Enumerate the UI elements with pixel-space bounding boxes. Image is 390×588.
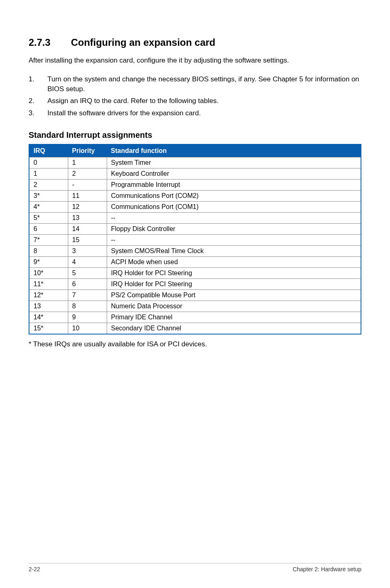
cell-function: Keyboard Controller	[107, 168, 361, 179]
steps-list: 1. Turn on the system and change the nec…	[29, 74, 361, 118]
step-text: Install the software drivers for the exp…	[47, 108, 201, 118]
cell-priority: -	[68, 179, 107, 190]
cell-irq: 12*	[29, 290, 68, 301]
cell-irq: 13	[29, 301, 68, 312]
table-header-row: IRQ Priority Standard function	[29, 144, 361, 157]
intro-paragraph: After installing the expansion card, con…	[29, 56, 361, 65]
step-number: 3.	[29, 108, 47, 118]
cell-priority: 2	[68, 168, 107, 179]
cell-irq: 1	[29, 168, 68, 179]
step-item: 2. Assign an IRQ to the card. Refer to t…	[29, 96, 361, 106]
table-row: 5*13--	[29, 212, 361, 223]
cell-function: ACPI Mode when used	[107, 256, 361, 267]
section-heading: 2.7.3Configuring an expansion card	[29, 37, 361, 48]
irq-table: IRQ Priority Standard function 01System …	[29, 144, 361, 334]
table-row: 4*12Communications Port (COM1)	[29, 201, 361, 212]
table-row: 14*9Primary IDE Channel	[29, 312, 361, 323]
table-row: 9*4ACPI Mode when used	[29, 256, 361, 267]
table-row: 7*15--	[29, 234, 361, 245]
cell-irq: 10*	[29, 267, 68, 278]
cell-function: PS/2 Compatible Mouse Port	[107, 290, 361, 301]
cell-priority: 11	[68, 190, 107, 201]
cell-priority: 6	[68, 278, 107, 290]
cell-priority: 5	[68, 267, 107, 278]
table-row: 01System Timer	[29, 157, 361, 168]
cell-irq: 3*	[29, 190, 68, 201]
table-row: 11*6IRQ Holder for PCI Steering	[29, 278, 361, 290]
step-number: 2.	[29, 96, 47, 106]
cell-priority: 1	[68, 157, 107, 168]
cell-priority: 14	[68, 223, 107, 234]
footer-chapter-label: Chapter 2: Hardware setup	[293, 566, 361, 572]
table-body: 01System Timer 12Keyboard Controller 2-P…	[29, 157, 361, 334]
cell-irq: 2	[29, 179, 68, 190]
step-item: 1. Turn on the system and change the nec…	[29, 74, 361, 94]
table-row: 614Floppy Disk Controller	[29, 223, 361, 234]
cell-irq: 4*	[29, 201, 68, 212]
table-row: 2-Programmable Interrupt	[29, 179, 361, 190]
cell-irq: 15*	[29, 323, 68, 334]
table-row: 12Keyboard Controller	[29, 168, 361, 179]
cell-priority: 10	[68, 323, 107, 334]
sub-heading: Standard Interrupt assignments	[29, 130, 361, 140]
cell-irq: 6	[29, 223, 68, 234]
cell-function: Floppy Disk Controller	[107, 223, 361, 234]
step-number: 1.	[29, 74, 47, 94]
cell-function: Numeric Data Processor	[107, 301, 361, 312]
cell-function: Communications Port (COM2)	[107, 190, 361, 201]
cell-irq: 8	[29, 245, 68, 256]
table-row: 83System CMOS/Real Time Clock	[29, 245, 361, 256]
section-title: Configuring an expansion card	[71, 37, 215, 48]
table-row: 12*7PS/2 Compatible Mouse Port	[29, 290, 361, 301]
cell-function: Primary IDE Channel	[107, 312, 361, 323]
cell-priority: 13	[68, 212, 107, 223]
table-row: 3*11Communications Port (COM2)	[29, 190, 361, 201]
step-item: 3. Install the software drivers for the …	[29, 108, 361, 118]
step-text: Assign an IRQ to the card. Refer to the …	[47, 96, 219, 106]
cell-function: Secondary IDE Channel	[107, 323, 361, 334]
step-text: Turn on the system and change the necess…	[47, 74, 361, 94]
table-row: 15*10Secondary IDE Channel	[29, 323, 361, 334]
header-priority: Priority	[68, 144, 107, 157]
cell-priority: 8	[68, 301, 107, 312]
cell-function: --	[107, 234, 361, 245]
cell-irq: 11*	[29, 278, 68, 290]
table-footnote: * These IRQs are usually available for I…	[29, 340, 361, 348]
header-function: Standard function	[107, 144, 361, 157]
cell-priority: 9	[68, 312, 107, 323]
header-irq: IRQ	[29, 144, 68, 157]
cell-function: Communications Port (COM1)	[107, 201, 361, 212]
section-number: 2.7.3	[29, 37, 50, 48]
cell-irq: 14*	[29, 312, 68, 323]
cell-function: IRQ Holder for PCI Steering	[107, 278, 361, 290]
cell-priority: 7	[68, 290, 107, 301]
cell-function: Programmable Interrupt	[107, 179, 361, 190]
cell-irq: 7*	[29, 234, 68, 245]
cell-function: System Timer	[107, 157, 361, 168]
cell-irq: 5*	[29, 212, 68, 223]
table-row: 10*5IRQ Holder for PCI Steering	[29, 267, 361, 278]
table-row: 138Numeric Data Processor	[29, 301, 361, 312]
cell-irq: 0	[29, 157, 68, 168]
footer-page-number: 2-22	[29, 566, 40, 572]
cell-priority: 3	[68, 245, 107, 256]
cell-priority: 12	[68, 201, 107, 212]
cell-irq: 9*	[29, 256, 68, 267]
page-footer: 2-22 Chapter 2: Hardware setup	[29, 563, 361, 572]
cell-priority: 15	[68, 234, 107, 245]
cell-function: --	[107, 212, 361, 223]
cell-function: IRQ Holder for PCI Steering	[107, 267, 361, 278]
cell-function: System CMOS/Real Time Clock	[107, 245, 361, 256]
cell-priority: 4	[68, 256, 107, 267]
